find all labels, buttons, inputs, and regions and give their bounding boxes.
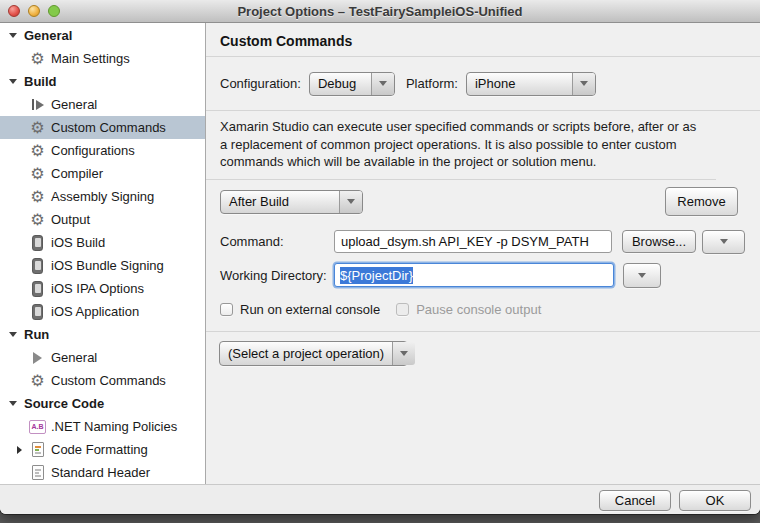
configuration-select[interactable]: Debug — [309, 72, 395, 96]
cancel-button[interactable]: Cancel — [599, 490, 671, 511]
disclosure-down-icon[interactable] — [9, 33, 17, 38]
chevron-down-icon[interactable] — [339, 191, 362, 213]
sidebar-group-general[interactable]: General — [0, 24, 205, 47]
platform-label: Platform: — [406, 76, 458, 91]
chevron-down-icon[interactable] — [572, 73, 595, 95]
command-label: Command: — [220, 234, 334, 249]
sidebar-item-output[interactable]: ⚙ Output — [0, 208, 205, 231]
command-input[interactable] — [334, 230, 612, 253]
gear-icon: ⚙ — [29, 211, 46, 228]
run-external-console-checkbox[interactable] — [220, 303, 233, 316]
ok-button[interactable]: OK — [679, 490, 751, 511]
command-options-dropdown-button[interactable] — [702, 230, 745, 254]
sidebar-item-build-general[interactable]: General — [0, 93, 205, 116]
sidebar-item-build-custom-commands[interactable]: ⚙ Custom Commands — [0, 116, 205, 139]
options-sidebar: General ⚙ Main Settings Build General ⚙ … — [0, 23, 206, 484]
iphone-icon — [29, 234, 46, 251]
run-external-console-label: Run on external console — [240, 302, 380, 317]
page-title: Custom Commands — [206, 23, 760, 57]
minimize-window-button[interactable] — [28, 5, 40, 17]
title-bar: Project Options – TestFairySampleiOS-Uni… — [0, 0, 760, 23]
working-directory-dropdown-button[interactable] — [623, 263, 661, 288]
chevron-down-icon — [638, 273, 646, 278]
disclosure-down-icon[interactable] — [9, 79, 17, 84]
close-window-button[interactable] — [8, 5, 20, 17]
select-project-operation-select[interactable]: (Select a project operation) — [219, 341, 408, 366]
chevron-down-icon — [720, 239, 728, 244]
sidebar-item-main-settings[interactable]: ⚙ Main Settings — [0, 47, 205, 70]
sidebar-item-configurations[interactable]: ⚙ Configurations — [0, 139, 205, 162]
ab-naming-icon: A.B — [29, 418, 46, 435]
browse-button[interactable]: Browse... — [622, 230, 696, 253]
gear-icon: ⚙ — [29, 165, 46, 182]
command-type-select[interactable]: After Build — [220, 190, 363, 214]
working-directory-input[interactable]: ${ProjectDir} — [334, 263, 614, 287]
sidebar-group-source-code[interactable]: Source Code — [0, 392, 205, 415]
configuration-label: Configuration: — [220, 76, 301, 91]
disclosure-down-icon[interactable] — [9, 332, 17, 337]
document-icon — [29, 464, 46, 481]
play-icon — [29, 349, 46, 366]
sidebar-item-run-general[interactable]: General — [0, 346, 205, 369]
sidebar-item-ios-application[interactable]: iOS Application — [0, 300, 205, 323]
gear-icon: ⚙ — [29, 188, 46, 205]
sidebar-item-compiler[interactable]: ⚙ Compiler — [0, 162, 205, 185]
selected-text: ${ProjectDir} — [340, 267, 413, 284]
platform-select[interactable]: iPhone — [466, 72, 596, 96]
iphone-icon — [29, 257, 46, 274]
chevron-down-icon[interactable] — [371, 73, 394, 95]
gear-icon: ⚙ — [29, 119, 46, 136]
sidebar-item-assembly-signing[interactable]: ⚙ Assembly Signing — [0, 185, 205, 208]
custom-commands-panel: Custom Commands Configuration: Debug Pla… — [206, 23, 760, 484]
iphone-icon — [29, 303, 46, 320]
chevron-down-icon[interactable] — [392, 342, 415, 365]
remove-button[interactable]: Remove — [665, 187, 738, 216]
sidebar-group-build[interactable]: Build — [0, 70, 205, 93]
dialog-footer: Cancel OK — [0, 484, 760, 514]
sidebar-item-ios-bundle-signing[interactable]: iOS Bundle Signing — [0, 254, 205, 277]
configuration-row: Configuration: Debug Platform: iPhone — [206, 57, 760, 111]
sidebar-group-run[interactable]: Run — [0, 323, 205, 346]
gear-icon: ⚙ — [29, 372, 46, 389]
project-options-window: Project Options – TestFairySampleiOS-Uni… — [0, 0, 760, 514]
gear-icon: ⚙ — [29, 142, 46, 159]
gear-icon: ⚙ — [29, 50, 46, 67]
disclosure-down-icon[interactable] — [9, 401, 17, 406]
command-block: After Build Remove Command: Browse... Wo… — [206, 180, 760, 332]
description-text: Xamarin Studio can execute user specifie… — [206, 111, 716, 180]
pause-console-output-label: Pause console output — [416, 302, 541, 317]
pause-console-output-checkbox — [396, 303, 409, 316]
window-title: Project Options – TestFairySampleiOS-Uni… — [237, 4, 522, 19]
sidebar-item-standard-header[interactable]: Standard Header — [0, 461, 205, 484]
sidebar-item-ios-ipa-options[interactable]: iOS IPA Options — [0, 277, 205, 300]
build-general-icon — [29, 96, 46, 113]
sidebar-item-net-naming-policies[interactable]: A.B .NET Naming Policies — [0, 415, 205, 438]
sidebar-item-code-formatting[interactable]: Code Formatting — [0, 438, 205, 461]
sidebar-item-run-custom-commands[interactable]: ⚙ Custom Commands — [0, 369, 205, 392]
zoom-window-button[interactable] — [48, 5, 60, 17]
iphone-icon — [29, 280, 46, 297]
sidebar-item-ios-build[interactable]: iOS Build — [0, 231, 205, 254]
working-directory-label: Working Directory: — [220, 268, 334, 283]
code-formatting-doc-icon — [29, 441, 46, 458]
disclosure-right-icon[interactable] — [17, 446, 22, 454]
